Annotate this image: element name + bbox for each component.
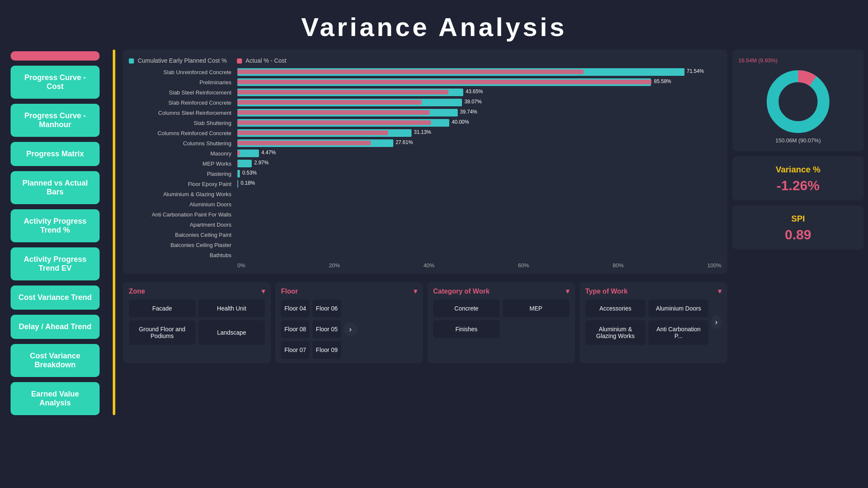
filter-btn[interactable]: Facade [129, 299, 195, 317]
sidebar-btn-progress-curve-manhour[interactable]: Progress Curve - Manhour [11, 104, 100, 137]
filter-next-arrow[interactable]: › [711, 316, 721, 329]
filter-grid-zone: FacadeHealth UnitGround Floor and Podium… [129, 299, 265, 345]
bar-value-label: 85.58% [654, 78, 671, 84]
filter-btn[interactable]: Floor 07 [281, 341, 309, 359]
filter-label-category: Category of Work [433, 288, 490, 295]
sidebar-btn-delay-ahead-trend[interactable]: Delay / Ahead Trend [11, 315, 100, 339]
bar-track [237, 241, 721, 249]
chevron-down-icon[interactable]: ▾ [718, 287, 721, 295]
bar-label: Bathtubs [129, 252, 235, 258]
bar-row: Columns Reinforced Concrete31.13% [129, 129, 721, 137]
bar-value-label: 4.47% [262, 150, 276, 155]
bar-label: Balconies Ceiling Paint [129, 232, 235, 238]
bar-label: MEP Works [129, 161, 235, 167]
filter-btn[interactable]: Floor 05 [312, 320, 341, 338]
filter-btn[interactable]: Floor 09 [312, 341, 341, 359]
filter-btn[interactable]: Floor 08 [281, 320, 309, 338]
filter-grid-type: AccessoriesAluminium DoorsAluminium & Gl… [585, 299, 709, 345]
bar-label: Columns Shuttering [129, 140, 235, 147]
bar-value-label: 0.53% [242, 170, 257, 176]
chevron-down-icon[interactable]: ▾ [262, 287, 265, 295]
sidebar-btn-cost-variance-trend[interactable]: Cost Variance Trend [11, 286, 100, 310]
bar-actual [237, 130, 388, 135]
bar-track [237, 211, 721, 218]
filter-btn[interactable]: Anti Carbonation P... [648, 320, 709, 345]
filter-grid-category: ConcreteMEPFinishes [433, 299, 569, 338]
bar-value-label: 43.65% [466, 89, 483, 94]
filter-btn[interactable]: Accessories [585, 299, 645, 317]
bar-row: Anti Carbonation Paint For Walls [129, 211, 721, 218]
bar-actual [237, 171, 238, 176]
bar-track: 71.54% [237, 68, 721, 76]
bar-label: Anti Carbonation Paint For Walls [129, 211, 235, 218]
bar-track: 0.18% [237, 180, 721, 188]
variance-title: Variance % [776, 165, 821, 175]
bar-chart: Slab Unreinforced Concrete71.54%Prelimin… [129, 68, 721, 259]
sidebar-btn-cost-variance-breakdown[interactable]: Cost Variance Breakdown [11, 344, 100, 377]
bar-track: 31.13% [237, 129, 721, 137]
spi-title: SPI [791, 214, 805, 224]
bar-axis: 0%20%40%60%80%100% [129, 262, 721, 269]
sidebar: Progress Curve - CostProgress Curve - Ma… [0, 50, 110, 415]
bar-value-label: 27.61% [395, 139, 413, 145]
sidebar-btn-top-btn[interactable] [11, 51, 100, 61]
bar-label: Columns Reinforced Concrete [129, 130, 235, 136]
bar-row: Aluminium & Glazing Works [129, 190, 721, 198]
sidebar-btn-activity-trend-ev[interactable]: Activity Progress Trend EV [11, 247, 100, 280]
chevron-down-icon[interactable]: ▾ [566, 287, 569, 295]
bar-actual [237, 80, 651, 84]
bar-row: Bathtubs [129, 251, 721, 259]
filter-btn[interactable]: Floor 06 [312, 299, 341, 317]
filter-btn[interactable]: Aluminium Doors [648, 299, 709, 317]
sidebar-btn-planned-vs-actual[interactable]: Planned vs Actual Bars [11, 171, 100, 204]
donut-card: 16.54M (9.93%) 150.06M (90.07%) [732, 50, 864, 151]
filter-card-category: Category of Work▾ConcreteMEPFinishes [427, 282, 575, 363]
bar-planned [237, 150, 259, 157]
bar-value-label: 0.18% [241, 180, 255, 186]
bar-track: 43.65% [237, 89, 721, 96]
accent-bar [113, 50, 115, 415]
bar-row: Masonry4.47% [129, 150, 721, 157]
center-content: Cumulative Early Planned Cost % Actual %… [118, 50, 732, 415]
axis-label: 60% [518, 262, 529, 269]
bar-label: Masonry [129, 150, 235, 157]
bar-value-label: 40.00% [452, 119, 469, 125]
filter-btn[interactable]: Health Unit [198, 299, 265, 317]
filter-btn[interactable]: Finishes [433, 320, 500, 338]
chevron-down-icon[interactable]: ▾ [414, 287, 417, 295]
bar-label: Aluminium & Glazing Works [129, 191, 235, 197]
planned-dot [129, 58, 134, 64]
filter-btn[interactable]: Concrete [433, 299, 500, 317]
filter-btn[interactable]: Aluminium & Glazing Works [585, 320, 645, 345]
filter-btn[interactable]: Landscape [198, 320, 265, 345]
bar-track [237, 251, 721, 259]
bar-actual [237, 161, 238, 166]
bar-track: 39.74% [237, 109, 721, 116]
donut-label1: 16.54M (9.93%) [738, 57, 778, 64]
variance-card: Variance % -1.26% [732, 156, 864, 200]
bar-label: Slab Unreinforced Concrete [129, 69, 235, 75]
sidebar-btn-progress-curve-cost[interactable]: Progress Curve - Cost [11, 66, 100, 99]
bar-actual [237, 141, 371, 145]
sidebar-btn-activity-trend-pct[interactable]: Activity Progress Trend % [11, 209, 100, 242]
filter-btn[interactable]: Floor 04 [281, 299, 309, 317]
bar-chart-card: Cumulative Early Planned Cost % Actual %… [123, 50, 727, 274]
bar-value-label: 39.74% [460, 109, 477, 115]
bar-row: Slab Steel Reinforcement43.65% [129, 89, 721, 96]
filter-btn[interactable]: Ground Floor and Podiums [129, 320, 195, 345]
bar-track [237, 231, 721, 238]
bar-value-label: 2.97% [254, 160, 269, 166]
filter-label-type: Type of Work [585, 288, 628, 295]
bar-row: MEP Works2.97% [129, 160, 721, 167]
bar-track: 38.07% [237, 99, 721, 106]
filter-card-type: Type of Work▾AccessoriesAluminium DoorsA… [579, 282, 727, 363]
filter-btn[interactable]: MEP [503, 299, 569, 317]
axis-label: 0% [237, 262, 245, 269]
filter-grid-floor: Floor 04Floor 06Floor 08Floor 05Floor 07… [281, 299, 341, 359]
filter-header-floor: Floor▾ [281, 287, 417, 295]
sidebar-btn-earned-value-analysis[interactable]: Earned Value Analysis [11, 382, 100, 415]
sidebar-btn-progress-matrix[interactable]: Progress Matrix [11, 142, 100, 166]
bar-label: Balconies Ceiling Plaster [129, 242, 235, 248]
filter-next-arrow[interactable]: › [344, 322, 357, 336]
bar-label: Slab Reinforced Concrete [129, 100, 235, 106]
